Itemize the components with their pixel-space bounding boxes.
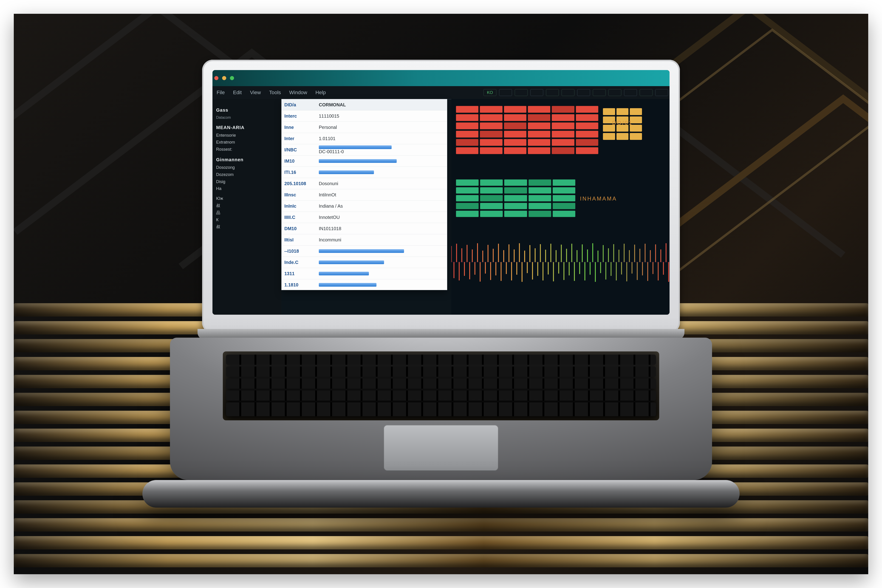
properties-panel[interactable]: DID/a CORMONAL Interc11110015InnePersona… (281, 99, 447, 290)
laptop-deck (170, 338, 712, 480)
table-row[interactable]: IItisIIncommuni (282, 234, 447, 246)
cell-key: I/NBC (284, 147, 319, 153)
waveform (452, 237, 669, 287)
cell-value: InnotetOU (319, 215, 444, 220)
cell-value: DC-00111-0 (319, 146, 444, 154)
sidebar-item[interactable]: Dozezom (216, 171, 278, 178)
sidebar-heading: Ginmannen (216, 156, 278, 163)
table-row[interactable]: Interc11110015 (282, 111, 447, 122)
sidebar-heading: Gass (216, 106, 278, 114)
table-row[interactable]: IIIII.CInnotetOU (282, 212, 447, 223)
cell-key: 205.10108 (284, 181, 319, 186)
table-row[interactable]: InInIcIndiana / As (282, 201, 447, 212)
heat-grid-green (456, 179, 575, 216)
sidebar-item[interactable]: 叔 (216, 224, 278, 230)
cell-key: ITI.16 (284, 170, 319, 175)
sidebar-heading: MEAN-ARIA (216, 124, 278, 131)
sidebar-item[interactable]: 叔 (216, 202, 278, 209)
cell-key: 1.1810 (284, 282, 319, 288)
progress-bar (319, 283, 376, 286)
cell-key: InInIc (284, 204, 319, 209)
laptop: File Edit View Tools Window Help KO (170, 60, 712, 542)
status-chips: KO (482, 89, 669, 96)
cell-value: Dosonuni (319, 181, 444, 186)
table-row[interactable]: 1.1810 (282, 279, 447, 290)
sidebar-item[interactable]: Disig (216, 178, 278, 185)
maximize-icon[interactable] (230, 76, 234, 80)
status-chip (530, 89, 543, 96)
close-icon[interactable] (214, 76, 218, 80)
table-row[interactable]: 1311 (282, 268, 447, 279)
cell-value: Indiana / As (319, 204, 444, 209)
status-chip (577, 89, 590, 96)
col-value: CORMONAL (319, 102, 444, 108)
sidebar[interactable]: Gass Datacom MEAN-ARIA Entensorie Extrat… (213, 99, 281, 315)
progress-bar (319, 159, 397, 163)
cell-key: IIIII.C (284, 215, 319, 220)
trackpad (384, 425, 498, 471)
table-header: DID/a CORMONAL (282, 99, 447, 111)
sidebar-item[interactable]: К (216, 217, 278, 223)
cell-value (319, 272, 444, 275)
progress-bar (319, 146, 392, 149)
menu-item[interactable]: Edit (233, 90, 242, 96)
menu-item[interactable]: File (217, 90, 225, 96)
laptop-foot (142, 480, 740, 508)
screen-bezel: File Edit View Tools Window Help KO (213, 70, 669, 315)
cell-key: Inter (284, 136, 319, 141)
cell-value: Incommuni (319, 237, 444, 243)
visualizer-panel[interactable]: DO/01 INHAMAMA (452, 99, 669, 315)
photo-frame: File Edit View Tools Window Help KO (14, 14, 868, 574)
menu-item[interactable]: Window (289, 90, 307, 96)
menu-item[interactable]: Help (315, 90, 326, 96)
table-row[interactable]: DM10IN1011018 (282, 223, 447, 234)
cell-value: IN1011018 (319, 226, 444, 231)
status-chip (640, 89, 652, 96)
table-row[interactable]: IM10 (282, 156, 447, 167)
progress-bar (319, 249, 404, 253)
table-row[interactable]: I/NBCDC-00111-0 (282, 144, 447, 156)
table-row[interactable]: ITI.16 (282, 167, 447, 178)
status-chip (515, 89, 528, 96)
table-row[interactable]: --I1018 (282, 246, 447, 257)
progress-bar (319, 261, 384, 264)
menu-bar[interactable]: File Edit View Tools Window Help KO (213, 86, 669, 99)
table-row[interactable]: Inter1.01101 (282, 133, 447, 144)
viz-label: INHAMAMA (580, 195, 617, 202)
laptop-lid: File Edit View Tools Window Help KO (202, 60, 680, 333)
status-chip (593, 89, 606, 96)
menu-item[interactable]: Tools (269, 90, 281, 96)
sidebar-item[interactable]: Юж (216, 195, 278, 202)
sidebar-item[interactable]: 品 (216, 210, 278, 216)
heat-grid-red (456, 106, 598, 154)
col-key: DID/a (284, 102, 319, 108)
cell-value (319, 170, 444, 174)
status-chip (499, 89, 512, 96)
cell-value: 11110015 (319, 114, 444, 119)
sidebar-item[interactable]: Entensorie (216, 132, 278, 139)
sidebar-item[interactable]: Rossest: (216, 146, 278, 153)
cell-key: 1311 (284, 271, 319, 276)
sidebar-item[interactable]: Dosozong (216, 164, 278, 171)
minimize-icon[interactable] (222, 76, 226, 80)
viz-label: DO/01 (612, 120, 633, 126)
sidebar-item[interactable]: Extratnom (216, 139, 278, 146)
table-row[interactable]: IIInscIntiInnOt (282, 189, 447, 201)
cell-key: IM10 (284, 159, 319, 164)
cell-key: IIInsc (284, 192, 319, 198)
sidebar-item[interactable]: На (216, 185, 278, 192)
table-row[interactable]: Inde.C (282, 257, 447, 268)
cell-key: Interc (284, 114, 319, 119)
table-row[interactable]: InnePersonal (282, 122, 447, 133)
status-chip (624, 89, 637, 96)
sidebar-subtitle: Datacom (216, 115, 278, 121)
table-row[interactable]: 205.10108Dosonuni (282, 178, 447, 189)
progress-bar (319, 170, 374, 174)
menu-item[interactable]: View (250, 90, 261, 96)
status-chip (562, 89, 574, 96)
cell-key: Inne (284, 125, 319, 130)
window-titlebar[interactable] (213, 70, 669, 87)
cell-value (319, 261, 444, 264)
cell-key: DM10 (284, 226, 319, 231)
cell-key: IItisI (284, 237, 319, 243)
